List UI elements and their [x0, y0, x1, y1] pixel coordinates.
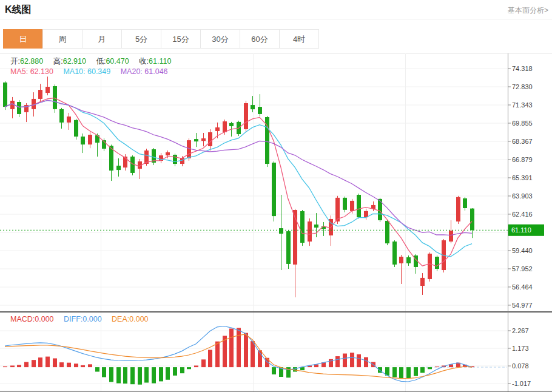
candle — [392, 242, 397, 265]
macd-bar — [272, 367, 276, 374]
low-value: 60.470 — [106, 57, 129, 66]
macd-bar — [67, 363, 71, 367]
candle — [208, 132, 212, 146]
macd-bar — [74, 363, 78, 367]
candle — [470, 209, 474, 231]
macd-bar — [194, 365, 198, 367]
diff-label: DIFF: — [64, 315, 82, 323]
high-value: 62.910 — [63, 57, 86, 66]
ma20-label: MA20: — [121, 67, 145, 76]
macd-bar — [244, 333, 248, 367]
candle — [166, 152, 170, 155]
macd-bar — [53, 359, 57, 368]
y-axis-label: -1.017 — [512, 380, 531, 387]
tab-bar: 日周月5分15分30分60分4时 — [3, 29, 319, 49]
macd-bar — [59, 362, 64, 367]
macd-readout: MACD:0.000 DIFF:0.000 DEA:0.000 — [10, 315, 157, 323]
tab-4时[interactable]: 4时 — [279, 29, 319, 49]
macd-bar — [335, 356, 340, 367]
diff-value: 0.000 — [82, 315, 101, 323]
candle — [45, 87, 50, 93]
macd-bar — [17, 365, 21, 367]
tab-日[interactable]: 日 — [3, 29, 43, 49]
candle — [116, 166, 121, 170]
candle — [335, 198, 340, 221]
candle — [215, 127, 220, 131]
y-axis-label: 0.078 — [512, 362, 529, 370]
macd-bar — [10, 365, 15, 367]
macd-bar — [420, 367, 425, 373]
candle — [74, 120, 78, 137]
candle — [223, 121, 227, 132]
macd-bar — [208, 350, 212, 367]
macd-bar — [166, 367, 170, 380]
tab-15分[interactable]: 15分 — [161, 29, 201, 49]
macd-bar — [88, 364, 92, 367]
macd-bar — [237, 328, 241, 367]
page-title: K线图 — [5, 4, 32, 16]
tab-周[interactable]: 周 — [42, 29, 82, 49]
candle — [385, 221, 389, 243]
y-axis-label: 66.879 — [512, 156, 533, 163]
macd-bar — [123, 367, 127, 384]
macd-bar — [435, 367, 439, 367]
tab-60分[interactable]: 60分 — [240, 29, 280, 49]
tab-月[interactable]: 月 — [82, 29, 122, 49]
candle — [173, 155, 177, 164]
fundamental-analysis-link[interactable]: 基本面分析> — [508, 5, 548, 16]
candle — [187, 140, 191, 158]
candle — [463, 198, 467, 208]
macd-bar — [229, 328, 234, 367]
macd-bar — [38, 357, 42, 367]
y-axis-label: 57.952 — [512, 265, 533, 272]
tab-30分[interactable]: 30分 — [200, 29, 240, 49]
macd-bar — [215, 342, 220, 367]
candle — [258, 107, 262, 114]
candle — [3, 83, 7, 107]
candle — [456, 197, 460, 221]
candle — [350, 201, 354, 211]
y-axis-label: 69.855 — [512, 120, 533, 127]
y-axis-label: 72.830 — [512, 83, 533, 90]
macd-bar — [300, 367, 305, 370]
ma10-label: MA10: — [63, 67, 87, 76]
candle — [53, 86, 57, 109]
candle — [59, 109, 64, 123]
high-label: 高: — [53, 57, 63, 66]
macd-bar — [392, 367, 397, 377]
y-axis-label: 63.903 — [512, 192, 533, 200]
dea-label: DEA: — [112, 315, 129, 323]
macd-bar — [45, 357, 50, 367]
open-value: 62.880 — [20, 57, 43, 66]
candle — [343, 198, 347, 210]
macd-bar — [180, 367, 184, 373]
macd-bar — [144, 367, 149, 382]
y-axis-label: 2.267 — [512, 327, 529, 334]
candle — [272, 163, 276, 216]
candle — [357, 195, 361, 217]
tab-5分[interactable]: 5分 — [121, 29, 161, 49]
y-axis-label: 54.977 — [512, 302, 533, 309]
candle — [81, 137, 85, 144]
candle — [371, 205, 375, 209]
candle — [244, 103, 248, 129]
ohlc-readout: 开:62.880 高:62.910 低:60.470 收:61.110 — [10, 56, 179, 67]
ma-readout: MA5: 62.130 MA10: 60.349 MA20: 61.046 — [10, 67, 176, 76]
ma10-value: 60.349 — [87, 67, 110, 76]
candle — [399, 257, 403, 263]
candle — [314, 225, 318, 228]
macd-bar — [364, 357, 368, 367]
y-axis-label: 56.464 — [512, 283, 533, 291]
y-axis-label: 65.391 — [512, 174, 533, 181]
candle — [435, 257, 439, 269]
candle — [201, 138, 206, 141]
candle — [279, 228, 283, 234]
close-value: 61.110 — [149, 57, 171, 66]
header-divider — [0, 19, 552, 19]
y-axis-label: 59.440 — [512, 247, 533, 254]
macd-label: MACD: — [10, 315, 35, 323]
macd-bar — [343, 354, 347, 368]
candle — [88, 135, 92, 144]
candlestick-chart: 74.31872.83071.34369.85568.36766.87965.3… — [0, 53, 552, 311]
candle — [428, 254, 432, 279]
